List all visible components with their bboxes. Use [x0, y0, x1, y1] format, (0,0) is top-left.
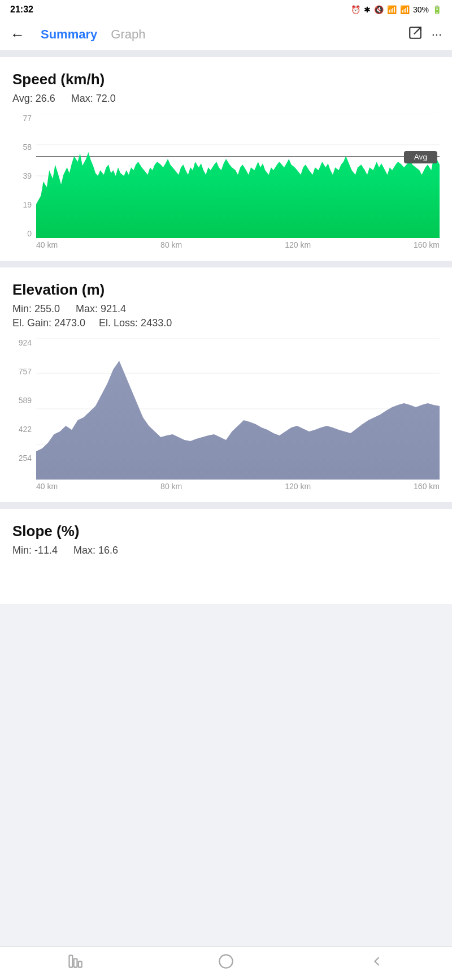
- battery-icon: 🔋: [432, 5, 442, 14]
- x-label-80: 80 km: [160, 240, 182, 249]
- svg-rect-16: [79, 961, 82, 968]
- status-bar: 21:32 ⏰ ✱ 🔇 📶 📶 30% 🔋: [0, 0, 452, 19]
- divider-top: [0, 50, 452, 57]
- speed-avg: Avg: 26.6: [12, 93, 55, 105]
- top-nav: ← Summary Graph ···: [0, 19, 452, 50]
- elevation-title: Elevation (m): [12, 281, 440, 299]
- status-icons: ⏰ ✱ 🔇 📶 📶 30% 🔋: [351, 5, 442, 14]
- ey-254: 254: [19, 454, 32, 463]
- speed-title: Speed (km/h): [12, 71, 440, 88]
- elevation-min: Min: 255.0: [12, 303, 60, 315]
- elevation-chart-body: [36, 338, 440, 480]
- slope-stats: Min: -11.4 Max: 16.6: [12, 545, 440, 556]
- tab-summary[interactable]: Summary: [34, 25, 104, 44]
- slope-card: Slope (%) Min: -11.4 Max: 16.6: [0, 509, 452, 604]
- mute-icon: 🔇: [374, 5, 384, 14]
- battery-text: 30%: [413, 5, 429, 14]
- svg-line-1: [414, 27, 420, 34]
- y-label-39: 39: [23, 171, 32, 180]
- speed-svg: Avg: [36, 114, 440, 238]
- ex-label-40: 40 km: [36, 482, 58, 491]
- ey-757: 757: [19, 367, 32, 376]
- share-icon[interactable]: [408, 25, 423, 44]
- ex-label-120: 120 km: [285, 482, 311, 491]
- speed-stats: Avg: 26.6 Max: 72.0: [12, 93, 440, 105]
- back-button[interactable]: ←: [10, 26, 25, 44]
- elevation-svg: [36, 338, 440, 480]
- elevation-card: Elevation (m) Min: 255.0 Max: 921.4 El. …: [0, 267, 452, 502]
- bottom-back-icon[interactable]: [369, 953, 385, 973]
- bottom-nav: [0, 946, 452, 980]
- status-time: 21:32: [10, 5, 33, 15]
- svg-rect-14: [69, 956, 73, 968]
- elevation-loss: El. Loss: 2433.0: [99, 317, 172, 329]
- y-label-19: 19: [23, 200, 32, 209]
- x-label-40: 40 km: [36, 240, 58, 249]
- elevation-y-axis: 924 757 589 422 254: [12, 338, 36, 463]
- svg-point-17: [219, 955, 232, 968]
- y-label-77: 77: [23, 114, 32, 123]
- bottom-home-icon[interactable]: [218, 953, 234, 973]
- ex-label-160: 160 km: [414, 482, 440, 491]
- svg-marker-6: [36, 152, 440, 238]
- slope-min: Min: -11.4: [12, 545, 58, 556]
- x-label-120: 120 km: [285, 240, 311, 249]
- x-label-160: 160 km: [414, 240, 440, 249]
- elevation-gain: El. Gain: 2473.0: [12, 317, 85, 329]
- speed-x-axis: 40 km 80 km 120 km 160 km: [12, 238, 440, 249]
- svg-text:Avg: Avg: [414, 153, 427, 161]
- bluetooth-icon: ✱: [364, 5, 371, 14]
- y-label-58: 58: [23, 143, 32, 152]
- speed-max: Max: 72.0: [71, 93, 116, 105]
- slope-max: Max: 16.6: [73, 545, 118, 556]
- ey-589: 589: [19, 396, 32, 405]
- tab-graph[interactable]: Graph: [104, 25, 152, 44]
- slope-title: Slope (%): [12, 523, 440, 540]
- ey-924: 924: [19, 338, 32, 347]
- speed-y-axis: 77 58 39 19 0: [12, 114, 36, 238]
- wifi-icon: 📶: [387, 5, 397, 14]
- speed-card: Speed (km/h) Avg: 26.6 Max: 72.0 77 58 3…: [0, 57, 452, 261]
- y-label-0: 0: [27, 229, 32, 238]
- speed-chart-body: Avg: [36, 114, 440, 238]
- ex-label-80: 80 km: [160, 482, 182, 491]
- alarm-icon: ⏰: [351, 5, 360, 14]
- svg-rect-15: [74, 959, 77, 967]
- elevation-stats-2: El. Gain: 2473.0 El. Loss: 2433.0: [12, 317, 440, 329]
- elevation-chart: 924 757 589 422 254: [12, 338, 440, 491]
- elevation-max: Max: 921.4: [76, 303, 126, 315]
- more-icon[interactable]: ···: [432, 27, 442, 42]
- svg-marker-13: [36, 361, 440, 480]
- elevation-x-axis: 40 km 80 km 120 km 160 km: [12, 480, 440, 491]
- signal-icon: 📶: [400, 5, 410, 14]
- speed-chart: 77 58 39 19 0: [12, 114, 440, 249]
- ey-422: 422: [19, 425, 32, 434]
- divider-bottom: [0, 502, 452, 509]
- bottom-bar-icon[interactable]: [67, 953, 83, 973]
- elevation-stats-1: Min: 255.0 Max: 921.4: [12, 303, 440, 315]
- divider-mid: [0, 261, 452, 267]
